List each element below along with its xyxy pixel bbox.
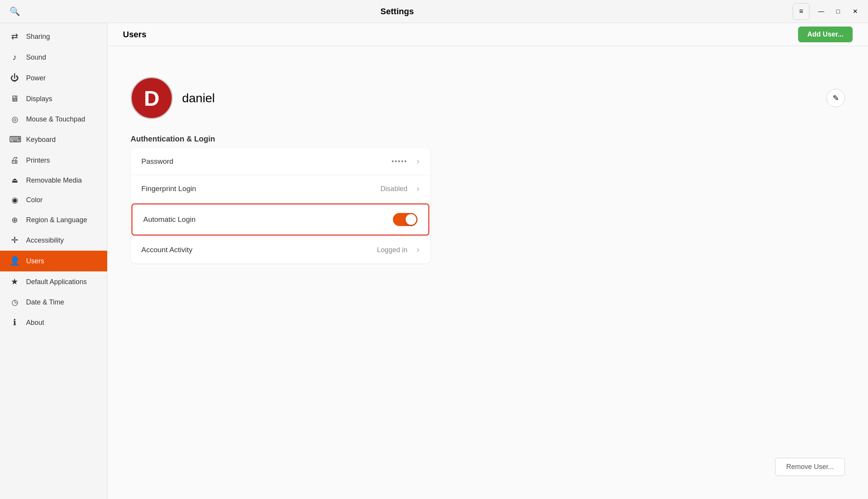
minimize-button[interactable]: — xyxy=(814,5,828,18)
sidebar-item-date-time[interactable]: ◷ Date & Time xyxy=(0,292,107,312)
sidebar-item-accessibility[interactable]: ✛ Accessibility xyxy=(0,230,107,251)
mouse-icon: ◎ xyxy=(9,115,20,124)
main-layout: ⇄ Sharing ♪ Sound ⏻ Power 🖥 Displays ◎ M… xyxy=(0,23,868,499)
user-profile: D daniel ✎ xyxy=(131,77,845,119)
sidebar-item-region-language[interactable]: ⊕ Region & Language xyxy=(0,210,107,230)
sidebar-item-keyboard[interactable]: ⌨ Keyboard xyxy=(0,129,107,150)
printers-icon: 🖨 xyxy=(9,155,20,165)
sidebar-item-label: Removable Media xyxy=(26,176,82,185)
content-topbar: Users Add User... xyxy=(108,23,868,46)
chevron-icon: › xyxy=(417,156,419,166)
keyboard-icon: ⌨ xyxy=(9,135,20,145)
auth-section-title: Authentication & Login xyxy=(131,135,430,143)
sidebar-item-label: Region & Language xyxy=(26,216,87,224)
add-user-button[interactable]: Add User... xyxy=(798,27,853,42)
automatic-login-row[interactable]: Automatic Login xyxy=(131,203,429,236)
chevron-icon: › xyxy=(417,184,419,194)
sidebar-item-label: Users xyxy=(26,257,44,265)
window-controls: — □ ✕ xyxy=(814,5,862,18)
account-activity-value: Logged in xyxy=(377,246,407,254)
content-title: Users xyxy=(123,30,146,40)
sidebar-item-color[interactable]: ◉ Color xyxy=(0,190,107,210)
user-name: daniel xyxy=(182,91,215,105)
sidebar-item-label: Date & Time xyxy=(26,298,64,306)
sidebar-item-displays[interactable]: 🖥 Displays xyxy=(0,88,107,109)
datetime-icon: ◷ xyxy=(9,298,20,307)
sidebar-item-sharing[interactable]: ⇄ Sharing xyxy=(0,26,107,47)
sidebar-item-label: Accessibility xyxy=(26,236,64,245)
automatic-login-toggle[interactable] xyxy=(393,213,417,226)
close-button[interactable]: ✕ xyxy=(848,5,862,18)
edit-icon: ✎ xyxy=(833,93,839,103)
sidebar-item-about[interactable]: ℹ About xyxy=(0,312,107,333)
displays-icon: 🖥 xyxy=(9,94,20,104)
fingerprint-label: Fingerprint Login xyxy=(141,185,374,193)
titlebar: 🔍 Settings ≡ — □ ✕ xyxy=(0,0,868,23)
avatar-initial: D xyxy=(144,86,159,111)
sidebar-item-label: Printers xyxy=(26,156,50,165)
sidebar-item-sound[interactable]: ♪ Sound xyxy=(0,47,107,68)
sidebar-item-removable-media[interactable]: ⏏ Removable Media xyxy=(0,171,107,190)
sidebar-item-label: Keyboard xyxy=(26,136,56,144)
sidebar-item-mouse-touchpad[interactable]: ◎ Mouse & Touchpad xyxy=(0,109,107,129)
auth-settings-card: Password ••••• › Fingerprint Login Disab… xyxy=(131,148,430,263)
toggle-thumb xyxy=(406,214,416,225)
account-activity-row[interactable]: Account Activity Logged in › xyxy=(131,236,430,263)
maximize-button[interactable]: □ xyxy=(831,5,845,18)
avatar: D xyxy=(131,77,173,119)
accessibility-icon: ✛ xyxy=(9,235,20,245)
content-area: Users Add User... D daniel ✎ Authenticat… xyxy=(108,23,868,499)
sidebar: ⇄ Sharing ♪ Sound ⏻ Power 🖥 Displays ◎ M… xyxy=(0,23,108,499)
menu-button[interactable]: ≡ xyxy=(793,3,810,20)
region-icon: ⊕ xyxy=(9,215,20,225)
auth-section: Authentication & Login Password ••••• › … xyxy=(131,135,430,263)
sidebar-item-power[interactable]: ⏻ Power xyxy=(0,68,107,88)
chevron-icon: › xyxy=(417,245,419,255)
sidebar-item-label: Power xyxy=(26,74,46,82)
default-apps-icon: ★ xyxy=(9,277,20,287)
password-dots: ••••• xyxy=(391,158,407,166)
password-row[interactable]: Password ••••• › xyxy=(131,148,430,175)
users-icon: 👤 xyxy=(9,256,20,266)
sidebar-item-label: Sharing xyxy=(26,33,50,41)
power-icon: ⏻ xyxy=(9,73,20,83)
removable-media-icon: ⏏ xyxy=(9,176,20,185)
account-activity-label: Account Activity xyxy=(141,246,371,254)
edit-user-button[interactable]: ✎ xyxy=(827,89,845,107)
sidebar-item-label: Default Applications xyxy=(26,278,87,286)
sidebar-item-label: About xyxy=(26,319,44,327)
sidebar-item-label: Displays xyxy=(26,95,52,103)
sound-icon: ♪ xyxy=(9,52,20,62)
about-icon: ℹ xyxy=(9,318,20,328)
sidebar-item-label: Sound xyxy=(26,53,46,62)
automatic-login-label: Automatic Login xyxy=(143,215,387,224)
sidebar-item-default-applications[interactable]: ★ Default Applications xyxy=(0,271,107,292)
remove-user-button[interactable]: Remove User... xyxy=(775,458,845,476)
sidebar-item-users[interactable]: 👤 Users xyxy=(0,251,107,271)
color-icon: ◉ xyxy=(9,195,20,205)
fingerprint-login-row[interactable]: Fingerprint Login Disabled › xyxy=(131,175,430,203)
menu-icon: ≡ xyxy=(799,7,803,15)
sidebar-item-printers[interactable]: 🖨 Printers xyxy=(0,150,107,171)
app-title: Settings xyxy=(6,7,788,17)
sharing-icon: ⇄ xyxy=(9,32,20,42)
sidebar-item-label: Color xyxy=(26,196,43,204)
password-label: Password xyxy=(141,157,385,166)
sidebar-item-label: Mouse & Touchpad xyxy=(26,115,85,123)
fingerprint-value: Disabled xyxy=(381,185,407,193)
